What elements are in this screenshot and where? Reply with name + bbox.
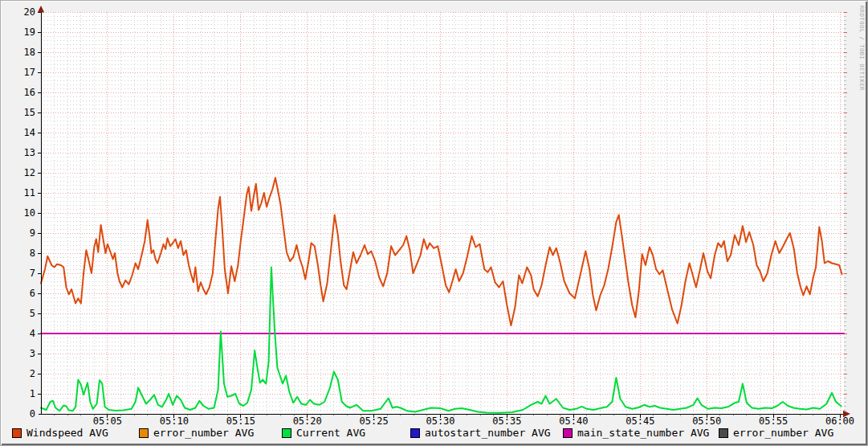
y-tick-label: 0 — [30, 408, 35, 419]
legend-item-error-number-avg: error_number AVG — [139, 428, 254, 438]
y-axis-arrow-icon — [38, 6, 44, 13]
legend-item-current-avg: Current AVG — [282, 428, 365, 438]
x-tick-label: 05:25 — [360, 415, 389, 427]
x-tick-label: 05:55 — [759, 415, 788, 427]
y-tick-label: 12 — [24, 167, 35, 178]
legend-label: main_state_number AVG — [577, 428, 709, 438]
legend-label: error_number AVG — [153, 428, 254, 438]
x-tick-label: 05:40 — [559, 415, 588, 427]
legend-swatch-icon — [410, 428, 420, 438]
x-tick-label: 06:00 — [825, 415, 854, 427]
x-tick-label: 05:05 — [93, 415, 122, 427]
y-tick-label: 6 — [30, 288, 35, 299]
legend-swatch-icon — [719, 428, 728, 438]
y-tick-label: 4 — [30, 328, 35, 339]
y-axis-labels: 01234567891011121314151617181920 — [24, 6, 35, 419]
y-tick-label: 1 — [30, 388, 35, 399]
rrd-graph: 05:0505:1005:1505:2005:2505:3005:3505:40… — [0, 0, 868, 446]
y-tick-label: 20 — [24, 6, 35, 18]
legend-swatch-icon — [563, 428, 573, 438]
x-tick-label: 05:20 — [293, 415, 322, 427]
x-tick-label: 05:50 — [692, 415, 721, 427]
y-tick-label: 15 — [24, 107, 35, 118]
y-tick-label: 7 — [30, 268, 35, 279]
chart-canvas: 05:0505:1005:1505:2005:2505:3005:3505:40… — [1, 1, 868, 446]
y-tick-label: 3 — [30, 348, 35, 359]
legend-swatch-icon — [282, 428, 291, 438]
x-tick-label: 05:10 — [160, 415, 189, 427]
legend-swatch-icon — [12, 428, 22, 438]
y-tick-label: 8 — [30, 248, 35, 259]
y-tick-label: 14 — [24, 127, 35, 138]
legend-label: error_number AVG — [733, 428, 833, 438]
legend-label: autostart_number AVG — [425, 428, 551, 438]
y-tick-label: 2 — [30, 368, 35, 379]
watermark-text: RRDTOOL / TOBI OETIKER — [858, 6, 865, 91]
y-tick-label: 17 — [24, 67, 35, 78]
legend-item-main-state-number-avg: main_state_number AVG — [563, 428, 709, 438]
y-tick-label: 5 — [30, 308, 35, 319]
x-tick-label: 05:45 — [626, 415, 654, 427]
y-tick-label: 18 — [24, 47, 35, 58]
x-tick-label: 05:30 — [426, 415, 454, 427]
legend-label: Windspeed AVG — [26, 428, 108, 438]
y-tick-label: 11 — [24, 187, 35, 198]
y-tick-label: 16 — [24, 87, 35, 98]
y-tick-label: 19 — [24, 27, 35, 38]
x-axis-labels: 05:0505:1005:1505:2005:2505:3005:3505:40… — [93, 415, 854, 427]
x-tick-label: 05:15 — [226, 415, 255, 427]
y-tick-label: 10 — [24, 207, 35, 219]
y-tick-label: 13 — [24, 147, 35, 158]
x-tick-label: 05:35 — [492, 415, 521, 427]
legend-swatch-icon — [139, 428, 149, 438]
y-tick-label: 9 — [30, 227, 35, 239]
legend-item-autostart-number-avg: autostart_number AVG — [410, 428, 551, 438]
legend-item-error-number-avg: error_number AVG — [719, 428, 833, 438]
legend-item-windspeed-avg: Windspeed AVG — [12, 428, 108, 438]
legend-label: Current AVG — [296, 428, 365, 438]
